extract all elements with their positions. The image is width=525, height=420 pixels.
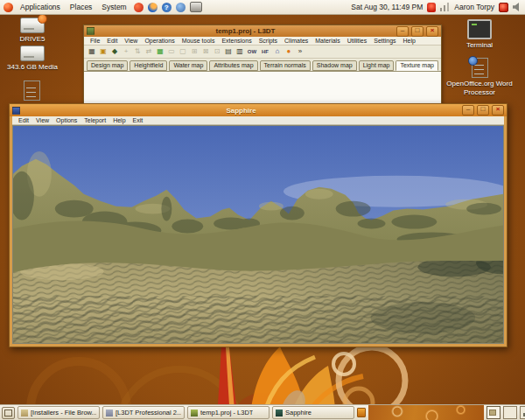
update-notifier-icon[interactable]: [427, 3, 436, 12]
open-project-icon[interactable]: ▣: [98, 46, 108, 57]
crop-tool-icon[interactable]: ⊠: [200, 46, 211, 57]
menu-edit[interactable]: Edit: [15, 117, 32, 123]
menu-settings[interactable]: Settings: [370, 38, 399, 44]
openoffice-document-icon: [472, 58, 488, 78]
workspace-2[interactable]: [503, 406, 517, 419]
tab-terrain-normals[interactable]: Terrain normals: [260, 60, 311, 71]
bottom-panel: [Installers - File Brow... [L3DT Profess…: [0, 404, 525, 420]
menu-materials[interactable]: Materials: [312, 38, 343, 44]
terminal-launcher-icon[interactable]: [190, 2, 202, 12]
close-button[interactable]: ×: [426, 26, 438, 37]
menu-help[interactable]: Help: [109, 117, 129, 123]
menu-file[interactable]: File: [87, 38, 103, 44]
sapphire-titlebar[interactable]: Sapphire – □ ×: [10, 104, 507, 116]
places-menu[interactable]: Places: [67, 3, 95, 11]
menu-mouse-tools[interactable]: Mouse tools: [178, 38, 219, 44]
shift-tool-icon[interactable]: ⇅: [132, 46, 143, 57]
task-label: temp1.proj - L3DT: [200, 409, 253, 416]
menu-options[interactable]: Options: [52, 117, 80, 123]
database-view-icon[interactable]: ▥: [234, 46, 245, 57]
logout-icon[interactable]: [499, 3, 508, 12]
tab-attributes-map[interactable]: Attributes map: [209, 60, 257, 71]
minimize-button[interactable]: –: [462, 105, 474, 116]
desktop-icon-drive5[interactable]: DRIVE5: [5, 18, 60, 44]
minimize-button[interactable]: –: [396, 26, 409, 37]
l3dt-window: temp1.proj - L3DT – □ × File Edit View O…: [83, 24, 442, 112]
menu-extensions[interactable]: Extensions: [218, 38, 255, 44]
user-switcher[interactable]: Aaron Torpy: [454, 3, 494, 11]
help-icon[interactable]: ?: [162, 3, 172, 12]
menu-scripts[interactable]: Scripts: [256, 38, 281, 44]
overlay-water-button[interactable]: OW: [246, 46, 258, 57]
desktop-icon-media[interactable]: 343.6 GB Media: [5, 46, 60, 72]
tab-shadow-map[interactable]: Shadow map: [312, 60, 357, 71]
l3dt-window-title: temp1.proj - L3DT: [97, 27, 394, 35]
l3dt-toolbar: ▦ ▣ ◆ + ⇅ ⇄ ▦ ▭ ▢ ⊞ ⊠ ⊡ ▤ ▥ OW HF ⌂ ● »: [84, 46, 441, 59]
climate-icon[interactable]: ●: [284, 46, 294, 57]
heightfield-button[interactable]: HF: [259, 46, 271, 57]
maximize-button[interactable]: □: [477, 105, 489, 116]
network-signal-icon[interactable]: [440, 3, 450, 11]
taskbar-item-temp1proj[interactable]: temp1.proj - L3DT: [187, 406, 270, 419]
workspace-1[interactable]: [486, 406, 500, 419]
taskbar-item-installers[interactable]: [Installers - File Brow...: [18, 406, 100, 419]
system-menu[interactable]: System: [99, 3, 129, 11]
desktop-icon-terminal[interactable]: Terminal: [452, 19, 508, 50]
tab-light-map[interactable]: Light map: [359, 60, 395, 71]
deselect-tool-icon[interactable]: ▢: [178, 46, 188, 57]
folder-icon: [21, 410, 28, 416]
clock[interactable]: Sat Aug 30, 11:49 PM: [351, 3, 423, 11]
desktop-icon-document[interactable]: [12, 80, 51, 101]
panel-transparent-gap: [368, 405, 484, 420]
menu-view[interactable]: View: [32, 117, 52, 123]
applications-menu[interactable]: Applications: [18, 3, 63, 11]
sapphire-menubar: Edit View Options Teleport Help Exit: [12, 116, 504, 125]
close-button[interactable]: ×: [492, 105, 504, 116]
swap-tool-icon[interactable]: ⇄: [144, 46, 154, 57]
task-label: [Installers - File Brow...: [31, 409, 96, 416]
taskbar-item-sapphire[interactable]: Sapphire: [272, 406, 354, 419]
panel-applet-icon[interactable]: [357, 408, 366, 417]
taskbar-item-l3dt-pro[interactable]: [L3DT Professional 2...: [102, 406, 185, 419]
package-manager-icon[interactable]: [176, 3, 186, 12]
menu-view[interactable]: View: [121, 38, 141, 44]
volume-icon[interactable]: [513, 3, 522, 11]
new-project-icon[interactable]: ▦: [87, 46, 97, 57]
l3dt-menubar: File Edit View Operations Mouse tools Ex…: [84, 37, 441, 46]
zoom-tool-icon[interactable]: ⊡: [212, 46, 222, 57]
select-tool-icon[interactable]: ▭: [166, 46, 177, 57]
drive-icon: [20, 18, 45, 33]
tab-heightfield[interactable]: Heightfield: [130, 60, 167, 71]
browser-launcher-icon[interactable]: [134, 3, 144, 12]
menu-help[interactable]: Help: [400, 38, 419, 44]
menu-climates[interactable]: Climates: [281, 38, 312, 44]
calc-tool-icon[interactable]: +: [121, 46, 131, 57]
menu-operations[interactable]: Operations: [141, 38, 178, 44]
task-label: Sapphire: [285, 409, 312, 416]
firefox-icon[interactable]: [148, 3, 158, 12]
sapphire-3d-viewport[interactable]: [12, 125, 504, 344]
desktop-icon-openoffice[interactable]: OpenOffice.org Word Processor: [446, 58, 513, 96]
toolbar-overflow-icon[interactable]: »: [295, 46, 305, 57]
tab-design-map[interactable]: Design map: [87, 60, 128, 71]
l3dt-icon: [191, 410, 198, 416]
texture-view-icon[interactable]: ▤: [223, 46, 234, 57]
tab-texture-map[interactable]: Texture map: [396, 60, 438, 71]
tab-water-map[interactable]: Water map: [169, 60, 207, 71]
grid-tool-icon[interactable]: ▦: [155, 46, 165, 57]
l3dt-titlebar[interactable]: temp1.proj - L3DT – □ ×: [84, 25, 441, 37]
drive-icon: [20, 46, 45, 61]
menu-edit[interactable]: Edit: [103, 38, 121, 44]
menu-utilities[interactable]: Utilities: [344, 38, 371, 44]
menu-teleport[interactable]: Teleport: [80, 117, 109, 123]
expand-tool-icon[interactable]: ⊞: [189, 46, 200, 57]
desktop-icon-label: 343.6 GB Media: [7, 63, 58, 72]
workspace-3[interactable]: [520, 406, 525, 419]
save-project-icon[interactable]: ◆: [109, 46, 120, 57]
maximize-button[interactable]: □: [411, 26, 424, 37]
home-icon[interactable]: ⌂: [272, 46, 283, 57]
show-desktop-icon[interactable]: [2, 407, 15, 419]
menu-exit[interactable]: Exit: [130, 117, 147, 123]
ubuntu-logo-icon[interactable]: [4, 3, 13, 12]
terminal-icon: [467, 19, 492, 39]
